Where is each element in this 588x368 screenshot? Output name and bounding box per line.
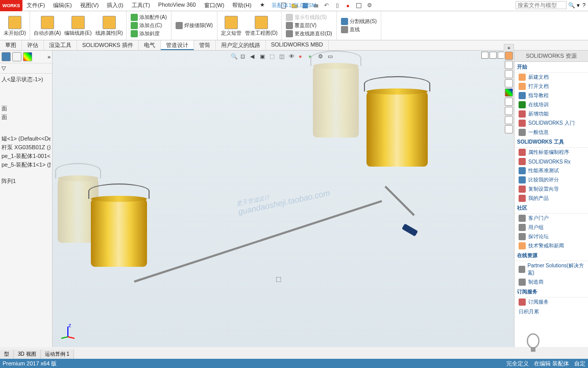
task-pane-item[interactable]: 探讨论坛 — [514, 232, 588, 241]
tree-item[interactable]: 杆泵 XG035B01Z (兴龙65) — [2, 143, 51, 152]
covering-button[interactable]: 覆盖层(V) — [284, 21, 334, 30]
tab-evaluate[interactable]: 评估 — [22, 40, 44, 50]
bottom-tab-model[interactable]: 型 — [0, 350, 14, 359]
tree-tab-feature-icon[interactable] — [2, 52, 11, 61]
split-route-button[interactable]: 分割线路(S) — [339, 17, 378, 26]
weld-gap-button[interactable]: 焊接缝隙(W) — [174, 21, 214, 30]
tab-tubing[interactable]: 管筒 — [194, 40, 216, 50]
auto-route-button[interactable]: 自动步路(A) — [33, 15, 62, 37]
task-pane-item[interactable]: 一般信息 — [514, 128, 588, 137]
task-tab-properties-icon[interactable] — [505, 98, 513, 106]
bottom-tab-motion[interactable]: 运动算例 1 — [41, 350, 74, 359]
add-fitting-button[interactable]: 添加配件(A) — [129, 13, 168, 21]
select-icon[interactable]: ▯ — [333, 1, 342, 10]
menu-window[interactable]: 窗口(W) — [200, 0, 229, 11]
bottom-tab-3dview[interactable]: 3D 视图 — [14, 350, 41, 359]
task-pane-item[interactable]: 新增功能 — [514, 109, 588, 119]
task-pane-item[interactable]: 用户组 — [514, 223, 588, 232]
tree-display-state[interactable]: 人<显示状态-1>) — [2, 75, 51, 84]
add-point-button[interactable]: 添加点(C) — [129, 21, 168, 30]
menu-view[interactable]: 视图(V) — [76, 0, 103, 11]
options-icon[interactable] — [354, 1, 363, 10]
begin-route-button[interactable]: 未开始(D) — [3, 15, 27, 37]
menu-tools[interactable]: 工具(T) — [128, 0, 154, 11]
tree-expand-icon[interactable]: » — [47, 54, 51, 60]
task-pane-item[interactable]: 我的产品 — [514, 194, 588, 203]
route-props-button[interactable]: 线路属性(R) — [94, 15, 124, 37]
menu-file[interactable]: 文件(F) — [22, 0, 49, 11]
task-pane-item[interactable]: 制造商 — [514, 278, 588, 287]
task-tab-home-icon[interactable] — [505, 52, 513, 60]
help-icon[interactable]: ? — [582, 2, 585, 8]
task-tab-appearances-icon[interactable] — [505, 88, 513, 97]
task-pane-item[interactable]: 属性标签编制程序 — [514, 148, 588, 157]
filter-icon[interactable]: ▽ — [2, 65, 6, 71]
pipe-drawing-button[interactable]: 管道工程图(D) — [244, 15, 279, 37]
pump-model[interactable] — [402, 223, 418, 236]
tree-tab-config-icon[interactable] — [12, 52, 21, 61]
tree-item[interactable]: 阵列1 — [2, 177, 51, 186]
zoom-area-icon[interactable]: ⊡ — [240, 53, 249, 61]
task-tab-library-icon[interactable] — [505, 61, 513, 69]
task-pane-item[interactable]: 性能基准测试 — [514, 166, 588, 175]
tab-render[interactable]: 渲染工具 — [44, 40, 77, 50]
line-button[interactable]: 直线 — [339, 26, 378, 34]
tab-user-routes[interactable]: 用户定义的线路 — [216, 40, 266, 50]
change-diameter-button[interactable]: 更改线路直径(D) — [284, 30, 334, 38]
gear-icon[interactable]: ⚙ — [365, 1, 374, 10]
tab-addins[interactable]: SOLIDWORKS 插件 — [77, 40, 139, 50]
menu-photoview[interactable]: PhotoView 360 — [154, 0, 200, 11]
menu-edit[interactable]: 编辑(E) — [49, 0, 76, 11]
task-tab-view-palette-icon[interactable] — [505, 79, 513, 87]
define-spool-button[interactable]: 定义短管 — [220, 15, 242, 37]
tree-item[interactable]: pe_5-装配体1<1> (默认<显 — [2, 160, 51, 169]
undo-icon[interactable]: ↶ — [322, 1, 331, 10]
search-input[interactable] — [516, 1, 567, 9]
tab-electrical[interactable]: 电气 — [139, 40, 161, 50]
dropdown-icon[interactable]: ▾ — [577, 2, 580, 9]
tree-tab-display-icon[interactable] — [23, 52, 32, 61]
task-tab-forum-icon[interactable] — [505, 107, 513, 115]
add-slope-button[interactable]: 添加斜度 — [129, 30, 168, 38]
task-pane-item[interactable]: 新建文档 — [514, 73, 588, 82]
section-view-icon[interactable]: ▣ — [260, 53, 268, 61]
appearance-icon[interactable]: ● — [299, 53, 307, 61]
rebuild-icon[interactable]: ● — [344, 1, 353, 10]
menu-insert[interactable]: 插入(I) — [103, 0, 127, 11]
task-pane-item[interactable]: 比较我的评分 — [514, 175, 588, 185]
tank-model[interactable] — [366, 91, 428, 199]
task-pane-item[interactable]: 在线培训 — [514, 100, 588, 109]
zoom-fit-icon[interactable]: 🔍 — [231, 53, 239, 61]
task-pane-item[interactable]: 打开文档 — [514, 82, 588, 91]
tree-item[interactable]: 面 — [2, 113, 51, 122]
edit-route-button[interactable]: 编辑线路(E) — [63, 15, 92, 37]
tank-model[interactable] — [91, 199, 147, 296]
search-icon[interactable]: 🔍 — [568, 2, 575, 9]
tree-item[interactable]: 面 — [2, 104, 51, 113]
3d-viewport[interactable]: 🔍 ⊡ ◀ ▣ ⬚ ◫ 👁 ● ● ⚙ ▭ 星天管道设 — [53, 51, 514, 347]
view-triad[interactable]: z — [60, 324, 76, 339]
task-pane-collapse-icon[interactable]: « — [504, 44, 514, 51]
previous-view-icon[interactable]: ◀ — [250, 53, 258, 61]
task-pane-item[interactable]: 客户门户 — [514, 214, 588, 223]
task-pane-item[interactable]: 复制设置向导 — [514, 185, 588, 194]
viewport-restore-icon[interactable] — [489, 52, 497, 59]
task-tab-extra-icon[interactable] — [505, 125, 513, 133]
tab-mbd[interactable]: SOLIDWORKS MBD — [266, 40, 329, 50]
task-pane-item[interactable]: 技术警戒和新闻 — [514, 241, 588, 250]
menu-help[interactable]: 帮助(H) — [228, 0, 255, 11]
hide-show-icon[interactable]: 👁 — [289, 53, 297, 61]
menu-star-icon[interactable]: ★ — [256, 0, 269, 11]
task-tab-explorer-icon[interactable] — [505, 70, 513, 78]
task-tab-routing-icon[interactable] — [505, 116, 513, 124]
task-pane-item[interactable]: 订阅服务 — [514, 297, 588, 307]
task-pane-item[interactable]: 指导教程 — [514, 91, 588, 100]
tab-sketch[interactable]: 草图 — [0, 40, 22, 50]
display-style-icon[interactable]: ◫ — [279, 53, 287, 61]
view-orientation-icon[interactable]: ⬚ — [270, 53, 278, 61]
task-pane-item[interactable]: SOLIDWORKS Rx — [514, 157, 588, 166]
viewport-minimize-icon[interactable] — [481, 52, 488, 59]
task-pane-item[interactable]: SOLIDWORKS 入门 — [514, 119, 588, 128]
tree-item[interactable]: pe_1-装配体1-001<1> (默 — [2, 152, 51, 160]
tab-piping[interactable]: 管道设计 — [161, 40, 194, 50]
